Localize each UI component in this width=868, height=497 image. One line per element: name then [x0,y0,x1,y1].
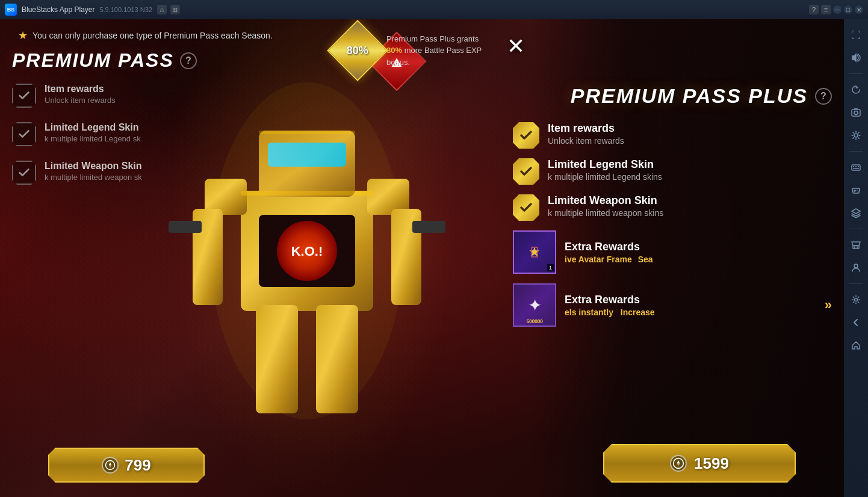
ppp-extra-reward-1: ★ 1 Extra Rewards ive Avatar Frame Sea [513,230,832,274]
premium-pass-features: Item rewards Unlock item rewards Limited… [12,84,265,185]
multi-instance-icon[interactable]: ⊞ [170,5,180,14]
sidebar-icon-screenshot[interactable] [846,103,866,122]
game-area: ★ You can only purchase one type of Prem… [0,19,844,497]
sidebar-icon-rotate[interactable] [846,80,866,99]
pp-feature-checkbox-1 [12,84,36,108]
ppp-feature-desc-3: k multiple limited weapon skins [548,208,832,218]
extra-reward-2-text: Extra Rewards els instantly Increase [565,294,816,317]
exp-bonus-percent: 80% [347,45,368,57]
premium-pass-help-button[interactable]: ? [180,52,197,69]
ppp-checkmark-2 [519,164,533,179]
level-boost-thumbnail: ✦ 500000 [513,283,556,327]
menu-button[interactable]: ≡ [821,5,831,14]
pp-price-amount: 799 [125,456,150,475]
ppp-feature-text-2: Limited Legend Skin k multiple limited L… [548,158,832,182]
home-icon [851,341,861,350]
pp-feature-title-2: Limited Legend Skin [45,122,265,133]
sidebar-icon-gamepad[interactable] [846,181,866,200]
title-bar-nav-icons: ⌂ ⊞ [157,5,180,14]
svg-rect-25 [853,166,854,167]
sidebar-icon-settings-gear[interactable] [846,290,866,309]
home-nav-icon[interactable]: ⌂ [157,5,167,14]
ppp-title-row: PREMIUM PASS PLUS ? [513,84,832,108]
sidebar-icon-back[interactable] [846,313,866,332]
screenshot-icon [851,108,861,117]
sidebar-icon-keyboard[interactable] [846,158,866,177]
svg-rect-27 [858,166,859,167]
ppp-title: PREMIUM PASS PLUS [571,84,808,108]
sidebar-icon-store[interactable] [846,235,866,255]
user-icon [851,263,861,273]
svg-point-32 [855,298,858,301]
pp-feature-text-3: Limited Weapon Skin k multiple limited w… [45,161,265,182]
svg-point-29 [857,190,858,191]
close-window-button[interactable]: ✕ [855,5,863,14]
ppp-apex-coin-svg [672,457,684,469]
maximize-button[interactable]: □ [844,5,852,14]
fullscreen-icon [851,30,861,40]
app-title: BlueStacks App Player [22,5,95,14]
help-button[interactable]: ? [809,5,819,14]
pp-feature-text-1: Item rewards Unlock item rewards [45,84,265,105]
close-icon: ✕ [507,36,525,57]
svg-point-23 [854,134,858,137]
increase-arrow-icon: » [825,297,832,313]
svg-point-30 [858,191,859,192]
svg-rect-15 [412,221,445,233]
ppp-extra-reward-2: ✦ 500000 Extra Rewards els instantly Inc… [513,283,832,327]
pp-feature-item-1: Item rewards Unlock item rewards [12,84,265,108]
rotate-icon [851,85,861,94]
badge-highlight: 80% [386,46,402,55]
store-icon [851,240,861,250]
sidebar-icon-layers[interactable] [846,203,866,223]
svg-text:K.O.!: K.O.! [291,244,323,259]
sidebar-icon-settings[interactable] [846,126,866,145]
ppp-help-button[interactable]: ? [815,88,832,105]
level-boost-star-icon: ✦ [528,295,542,315]
premium-pass-plus-panel: PREMIUM PASS PLUS ? Item rewards Unlock … [513,79,832,327]
extra-reward-2-sub: els instantly Increase [565,307,816,317]
pp-feature-desc-1: Unlock item rewards [45,96,265,105]
ppp-feature-desc-1: Unlock item rewards [548,136,832,146]
settings-icon [851,131,861,140]
ppp-feature-item-2: Limited Legend Skin k multiple limited L… [513,158,832,185]
extra-reward-1-desc-suffix: Sea [638,255,653,264]
svg-rect-4 [268,143,346,167]
svg-rect-24 [852,165,860,170]
svg-rect-14 [169,221,202,233]
sidebar-icon-user[interactable] [846,258,866,277]
ppp-checkmark-3 [519,200,533,215]
avatar-frame-inner: ★ [529,244,541,260]
sidebar-icon-fullscreen[interactable] [846,25,866,45]
minimize-button[interactable]: ─ [833,5,842,14]
checkmark-icon-3 [17,166,31,179]
sidebar-icon-home[interactable] [846,336,866,355]
svg-rect-22 [854,108,858,110]
checkmark-icon-1 [17,89,31,102]
premium-pass-title: PREMIUM PASS [12,49,174,72]
level-boost-number: 500000 [526,318,542,324]
svg-rect-9 [256,305,298,413]
title-bar: BS BlueStacks App Player 5.9.100.1013 N3… [0,0,868,19]
ppp-feature-title-2: Limited Legend Skin [548,158,832,171]
volume-icon [851,53,861,63]
keyboard-icon [851,162,861,172]
ppp-feature-checkbox-3 [513,194,539,221]
ppp-feature-title-1: Item rewards [548,122,832,135]
ppp-feature-checkbox-1 [513,122,539,149]
svg-rect-28 [853,168,859,169]
premium-pass-title-row: PREMIUM PASS ? [12,49,265,72]
premium-pass-plus-buy-button[interactable]: 1599 [603,444,796,483]
close-button[interactable]: ✕ [501,31,531,61]
extra-reward-1-text: Extra Rewards ive Avatar Frame Sea [565,241,832,264]
pp-feature-desc-3: k multiple limited weapon sk [45,173,265,182]
sidebar-icon-volume[interactable] [846,48,866,67]
pp-apex-currency-icon [102,457,119,474]
app-logo: BS [5,4,17,16]
window-controls: ? ≡ ─ □ ✕ [809,5,863,14]
pp-feature-checkbox-2 [12,122,36,146]
ppp-feature-checkbox-2 [513,158,539,185]
svg-rect-26 [855,166,857,167]
premium-pass-buy-button[interactable]: 799 [48,448,205,483]
ppp-checkmark-1 [519,128,533,143]
